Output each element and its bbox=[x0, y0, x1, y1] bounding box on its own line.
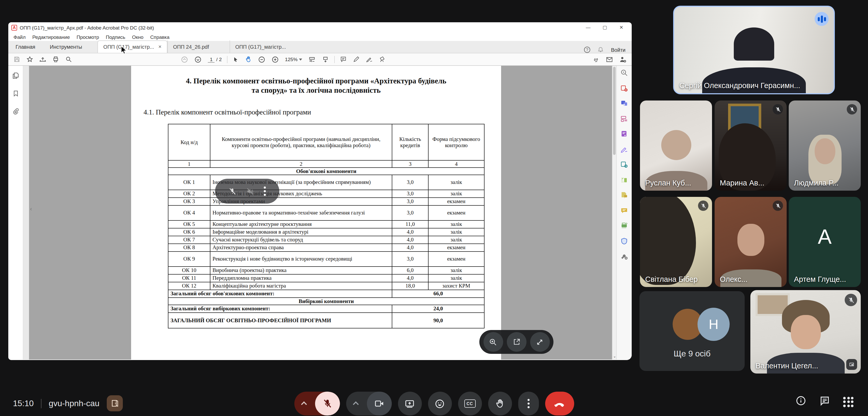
zoom-out-icon[interactable] bbox=[258, 56, 265, 63]
acrobat-window: A ОПП (G17)_магістр_Арх.pdf - Adobe Acro… bbox=[8, 22, 632, 360]
minimize-button[interactable]: — bbox=[585, 25, 591, 30]
page-number-field[interactable]: 1 / 2 bbox=[208, 56, 222, 62]
tab-home[interactable]: Главная bbox=[8, 40, 42, 53]
breakout-door-icon[interactable] bbox=[107, 395, 123, 411]
participant-tile[interactable]: Руслан Куб... bbox=[640, 100, 712, 191]
doc-tab-2[interactable]: ОПП 24_26.pdf bbox=[167, 40, 229, 53]
star-icon[interactable] bbox=[26, 56, 33, 63]
menu-help[interactable]: Справка bbox=[150, 34, 170, 40]
email-icon[interactable] bbox=[606, 56, 613, 63]
more-participants-tile[interactable]: Н Ще 9 осіб bbox=[640, 291, 745, 371]
menu-edit[interactable]: Редактирование bbox=[32, 34, 70, 40]
share-link-icon[interactable] bbox=[592, 56, 599, 63]
present-screen-button[interactable] bbox=[398, 392, 422, 415]
scan-ocr-icon[interactable] bbox=[620, 222, 628, 229]
export-pdf-icon[interactable] bbox=[620, 130, 628, 138]
participant-tile[interactable]: А Артем Глуще... bbox=[789, 197, 861, 287]
acrobat-titlebar: A ОПП (G17)_магістр_Арх.pdf - Adobe Acro… bbox=[8, 22, 632, 33]
leave-call-button[interactable] bbox=[545, 392, 574, 415]
protect-icon[interactable] bbox=[620, 237, 628, 245]
bookmarks-icon[interactable] bbox=[12, 90, 19, 99]
help-icon[interactable]: ? bbox=[584, 46, 590, 53]
comment-icon[interactable] bbox=[340, 56, 347, 63]
menu-file[interactable]: Файл bbox=[13, 34, 26, 40]
zoom-in-button[interactable] bbox=[483, 332, 503, 352]
document-area[interactable]: 4. Перелік компонент освітньо-професійно… bbox=[29, 66, 616, 359]
stamp-icon[interactable] bbox=[379, 56, 385, 63]
add-person-icon[interactable] bbox=[619, 56, 626, 63]
scrollbar-thumb[interactable] bbox=[613, 67, 616, 155]
share-for-review-icon[interactable] bbox=[620, 161, 628, 168]
participant-tile-main[interactable]: Сергій Олександрович Герасимн... bbox=[673, 6, 835, 94]
participant-tile[interactable]: Світлана Бібер bbox=[640, 197, 712, 287]
page-down-icon[interactable] bbox=[194, 56, 202, 63]
mic-off-icon[interactable] bbox=[315, 392, 340, 415]
page-up-icon[interactable] bbox=[181, 56, 188, 63]
participant-tile[interactable]: Марина Ав... bbox=[715, 100, 787, 191]
print-icon[interactable] bbox=[52, 56, 59, 63]
edit-pdf-icon[interactable] bbox=[620, 145, 628, 153]
menu-window[interactable]: Окно bbox=[132, 34, 143, 40]
scroll-mode-icon[interactable] bbox=[322, 56, 329, 63]
more-tools-icon[interactable] bbox=[620, 252, 628, 260]
search-tools-icon[interactable] bbox=[620, 69, 628, 77]
participant-name: Марина Ав... bbox=[720, 179, 764, 187]
scroll-down-icon[interactable]: ⌄ bbox=[613, 354, 616, 358]
camera-icon[interactable] bbox=[367, 392, 392, 415]
pdf-subheading: 4.1. Перелік компонент освітньої-професі… bbox=[144, 108, 501, 117]
page-thumbnails-icon[interactable] bbox=[12, 72, 19, 81]
select-tool-icon[interactable] bbox=[233, 56, 239, 62]
create-pdf-icon[interactable] bbox=[620, 84, 628, 92]
close-button[interactable]: ✕ bbox=[618, 25, 624, 30]
vertical-scrollbar[interactable]: ⌄ bbox=[612, 66, 616, 359]
fit-width-icon[interactable] bbox=[308, 56, 316, 63]
menu-sign[interactable]: Подпись bbox=[106, 34, 125, 40]
popout-button[interactable] bbox=[506, 332, 526, 352]
sign-in-button[interactable]: Войти bbox=[611, 47, 625, 53]
participant-tile[interactable]: Людмила Р... bbox=[789, 100, 861, 191]
mic-toggle-button[interactable] bbox=[294, 392, 340, 415]
sign-pen-icon[interactable] bbox=[366, 56, 373, 63]
chat-icon[interactable] bbox=[819, 395, 830, 408]
participant-name: Руслан Куб... bbox=[645, 179, 691, 187]
combine-files-icon[interactable] bbox=[620, 99, 628, 107]
participant-tile[interactable]: Валентин Цегел... bbox=[750, 290, 861, 374]
mic-options-chevron[interactable] bbox=[294, 392, 315, 415]
fullscreen-button[interactable] bbox=[530, 332, 550, 352]
collapse-panel-icon[interactable]: ‹ bbox=[30, 206, 32, 212]
table-row: ОК 7Сучасні конструкції будівель та спор… bbox=[168, 236, 484, 244]
participant-tile[interactable]: Олекс... bbox=[715, 197, 787, 287]
attachments-icon[interactable] bbox=[12, 107, 19, 117]
more-options-icon[interactable] bbox=[264, 187, 266, 196]
save-icon[interactable] bbox=[13, 56, 20, 63]
comment-file-icon[interactable] bbox=[620, 191, 628, 199]
tab-close-icon[interactable]: ✕ bbox=[158, 44, 162, 49]
activities-grid-icon[interactable] bbox=[843, 396, 854, 407]
zoom-level-dropdown[interactable]: 125% bbox=[285, 57, 302, 62]
zoom-in-icon[interactable] bbox=[272, 56, 279, 63]
participant-name: Валентин Цегел... bbox=[755, 362, 818, 370]
camera-toggle-button[interactable] bbox=[346, 392, 392, 415]
bell-icon[interactable] bbox=[597, 46, 604, 53]
meeting-details-icon[interactable] bbox=[796, 395, 806, 408]
organize-pages-icon[interactable] bbox=[620, 115, 628, 123]
tab-tools[interactable]: Инструменты bbox=[42, 40, 89, 53]
doc-tab-3[interactable]: ОПП (G17)_магістр... bbox=[229, 40, 292, 53]
doc-tab-active[interactable]: ОПП (G17)_магістр... ✕ bbox=[98, 40, 167, 53]
maximize-button[interactable]: ▢ bbox=[602, 25, 608, 30]
picture-in-picture-icon[interactable] bbox=[846, 359, 857, 370]
comments-icon[interactable] bbox=[620, 206, 628, 214]
raise-hand-button[interactable] bbox=[488, 392, 512, 415]
panel-strip bbox=[23, 66, 29, 359]
search-icon[interactable] bbox=[65, 56, 72, 63]
crop-pages-icon[interactable] bbox=[620, 176, 628, 184]
share-upload-icon[interactable] bbox=[39, 56, 46, 63]
menu-view[interactable]: Просмотр bbox=[76, 34, 99, 40]
reactions-button[interactable] bbox=[428, 392, 452, 415]
pencil-icon[interactable] bbox=[353, 56, 360, 63]
hand-tool-icon[interactable] bbox=[245, 56, 252, 63]
camera-options-chevron[interactable] bbox=[346, 392, 367, 415]
more-options-button[interactable] bbox=[518, 392, 539, 415]
share-zoom-controls bbox=[479, 330, 553, 354]
captions-button[interactable]: CC bbox=[458, 392, 482, 415]
